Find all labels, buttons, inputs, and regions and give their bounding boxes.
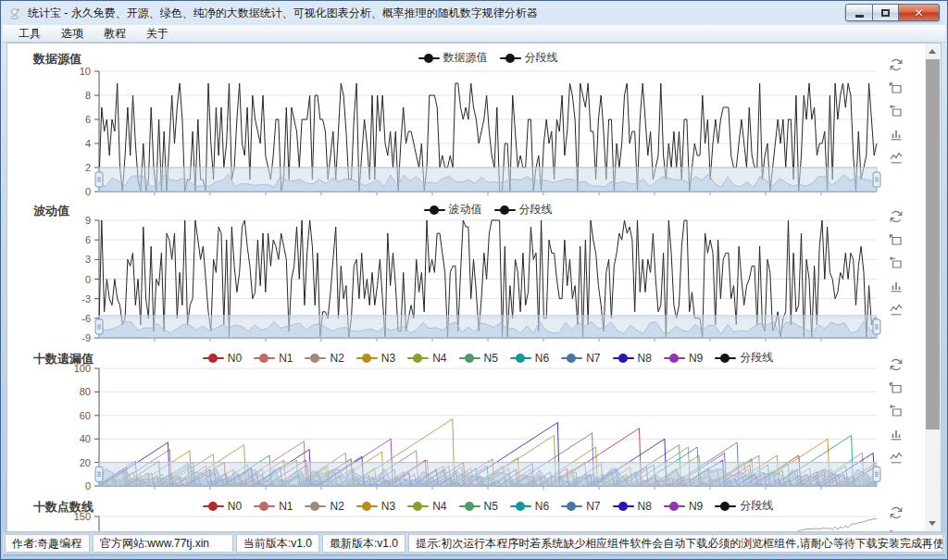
legend-item-N9[interactable]: N9 [664,352,703,365]
svg-text:20: 20 [80,457,91,468]
svg-text:0: 0 [85,186,91,197]
window-bottom-edge [3,554,945,557]
scroll-up-button[interactable] [925,44,941,59]
line-chart-icon[interactable] [889,450,904,465]
datazoom-handle-left[interactable] [95,172,103,187]
legend-item-分段线[interactable]: 分段线 [715,350,773,366]
legend-marker-icon [494,205,516,215]
datazoom-handle-left[interactable] [95,467,103,481]
legend-item-N6[interactable]: N6 [510,500,549,513]
chart-plot[interactable]: 0246810 [9,46,909,197]
zoom-reset-icon[interactable] [889,255,904,270]
datazoom-slider[interactable] [95,168,880,192]
legend-item-N1[interactable]: N1 [254,500,293,513]
chart-toolbox [889,357,904,465]
legend-marker-icon [203,354,224,363]
menu-item-tools[interactable]: 工具 [8,24,51,44]
menu-bar: 工具 选项 教程 关于 [3,25,945,43]
refresh-icon[interactable] [889,357,904,372]
zoom-reset-icon[interactable] [889,404,904,418]
chart-title: 数据源值 [33,51,81,68]
line-chart-icon[interactable] [889,150,904,165]
arrow-up-icon [929,49,936,54]
vertical-scrollbar[interactable] [925,44,941,531]
refresh-icon[interactable] [889,209,904,224]
window-title: 统计宝 - 永久免费、开源、绿色、纯净的大数据统计、可视化图表分析、概率推理的随… [28,6,538,21]
legend-item-N2[interactable]: N2 [305,500,343,513]
legend-item-N3[interactable]: N3 [356,352,395,365]
minimize-button[interactable] [845,4,873,21]
menu-item-about[interactable]: 关于 [136,24,179,44]
datazoom-handle-right[interactable] [873,467,880,481]
close-button[interactable]: ✕ [899,4,940,21]
legend-item-N5[interactable]: N5 [459,500,498,513]
legend-marker-icon [459,354,480,363]
bar-chart-icon[interactable] [889,427,904,442]
scrollbar-thumb[interactable] [926,59,940,429]
legend-item-N7[interactable]: N7 [561,352,600,365]
legend-marker-icon [561,502,582,511]
legend-item-N8[interactable]: N8 [613,352,652,365]
legend-marker-icon [459,502,480,511]
scroll-down-button[interactable] [925,516,941,531]
line-chart-icon[interactable] [889,302,904,317]
legend-marker-icon [500,54,521,63]
legend-item-波动值[interactable]: 波动值 [424,202,482,218]
legend-item-N6[interactable]: N6 [510,352,549,365]
title-bar: 统计宝 - 永久免费、开源、绿色、纯净的大数据统计、可视化图表分析、概率推理的随… [1,1,947,25]
svg-text:0: 0 [85,480,91,492]
status-latest-version: 最新版本:v1.0 [322,534,405,553]
series-line [99,519,877,533]
legend-marker-icon [664,354,685,363]
chart-legend: N0 N1 N2 N3 N4 N5 N6 N7 N8 N9 分段线 [99,498,877,514]
datazoom-handle-left[interactable] [95,319,103,334]
menu-item-tutorial[interactable]: 教程 [94,24,136,44]
legend-item-N2[interactable]: N2 [305,352,343,365]
legend-item-数据源值[interactable]: 数据源值 [418,50,488,66]
legend-item-N1[interactable]: N1 [254,352,293,365]
zoom-select-icon[interactable] [889,380,904,395]
refresh-icon[interactable] [889,57,904,72]
datazoom-slider[interactable] [95,316,880,338]
zoom-select-icon[interactable] [889,81,904,95]
zoom-reset-icon[interactable] [889,104,904,118]
legend-item-N9[interactable]: N9 [664,500,703,513]
legend-marker-icon [424,205,445,215]
bar-chart-icon[interactable] [889,279,904,293]
chart-legend: 数据源值 分段线 [99,50,877,66]
legend-item-N5[interactable]: N5 [459,352,498,365]
legend-item-N8[interactable]: N8 [613,500,652,513]
maximize-button[interactable] [873,4,899,21]
legend-item-N4[interactable]: N4 [407,500,446,513]
zoom-select-icon[interactable] [889,529,904,532]
legend-item-N3[interactable]: N3 [356,500,395,513]
chart-panel-3: 十数点数线 N0 N1 N2 N3 N4 N5 N6 N7 N8 N9 分段线 … [9,494,909,532]
legend-item-分段线[interactable]: 分段线 [500,50,558,66]
chart-plot[interactable]: -9-6-30369 [9,198,909,345]
chart-title: 十数点数线 [33,499,94,516]
legend-item-分段线[interactable]: 分段线 [494,202,553,218]
chart-panel-1: 波动值 波动值 分段线 -9-6-30369 [9,198,909,345]
chart-legend: 波动值 分段线 [99,202,877,218]
maximize-icon [881,9,890,17]
zoom-select-icon[interactable] [889,232,904,247]
datazoom-handle-right[interactable] [873,172,880,187]
menu-item-options[interactable]: 选项 [51,24,94,44]
legend-item-分段线[interactable]: 分段线 [715,498,773,514]
svg-text:0: 0 [85,274,91,285]
legend-marker-icon [356,354,378,363]
refresh-icon[interactable] [889,505,904,520]
datazoom-slider[interactable] [95,463,880,486]
legend-item-N4[interactable]: N4 [407,352,446,365]
bar-chart-icon[interactable] [889,127,904,142]
datazoom-handle-right[interactable] [873,319,880,334]
legend-item-N7[interactable]: N7 [561,500,600,513]
legend-marker-icon [407,502,429,511]
svg-text:9: 9 [85,215,91,226]
legend-marker-icon [407,354,429,363]
legend-marker-icon [305,354,326,363]
chart-plot[interactable]: 020406080100 [9,346,909,493]
svg-text:2: 2 [85,162,91,173]
legend-item-N0[interactable]: N0 [203,352,242,365]
legend-item-N0[interactable]: N0 [203,500,242,513]
